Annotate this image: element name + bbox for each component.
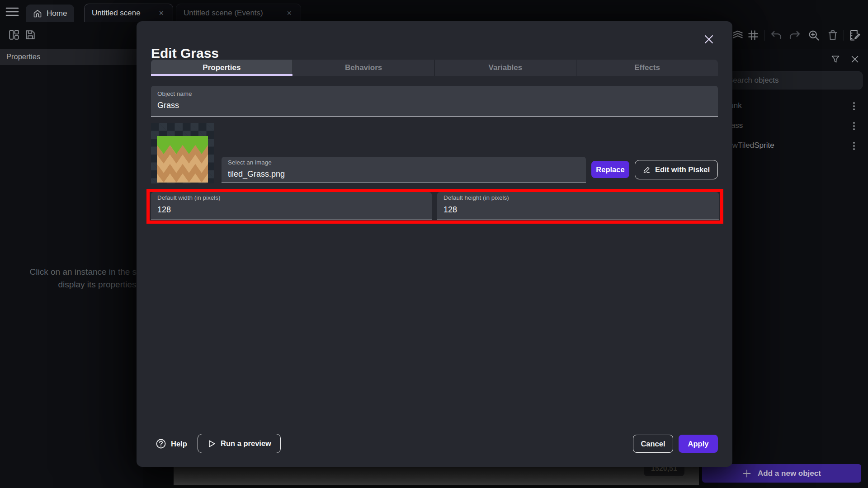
tab-effects[interactable]: Effects — [576, 60, 718, 76]
close-panel-button[interactable] — [850, 54, 860, 64]
kebab-icon — [850, 120, 858, 132]
cancel-button[interactable]: Cancel — [633, 435, 673, 453]
help-button[interactable]: Help — [152, 435, 191, 453]
apply-button-label: Apply — [688, 440, 709, 448]
tab-events-label: Untitled scene (Events) — [184, 9, 263, 18]
grid-button[interactable] — [747, 29, 760, 42]
object-list-item-newtiledsprite[interactable]: NewTiledSprite — [718, 136, 868, 155]
pencil-icon — [643, 166, 651, 174]
properties-panel-title: Properties — [6, 52, 40, 61]
edit-with-piskel-button[interactable]: Edit with Piskel — [635, 160, 718, 179]
object-name-field: Object name — [151, 86, 718, 117]
tab-home[interactable]: Home — [26, 5, 74, 22]
properties-panel-header: Properties — [0, 49, 143, 65]
edit-object-dialog: Edit Grass Properties Behaviors Variable… — [137, 21, 732, 467]
close-icon — [703, 34, 714, 45]
default-width-label: Default width (in pixels) — [157, 194, 221, 201]
tab-untitled-scene[interactable]: Untitled scene × — [84, 4, 173, 22]
toolbar-divider — [764, 30, 764, 41]
redo-icon — [788, 29, 801, 42]
default-width-field: Default width (in pixels) — [151, 192, 432, 220]
default-height-field: Default height (in pixels) — [437, 192, 719, 220]
toggle-panels-button[interactable] — [8, 29, 21, 42]
object-menu-button[interactable] — [850, 120, 858, 132]
select-image-input[interactable] — [228, 168, 581, 180]
layers-icon — [731, 29, 744, 42]
zoom-in-button[interactable] — [807, 29, 820, 42]
replace-button-label: Replace — [596, 165, 624, 174]
hamburger-icon — [5, 6, 19, 17]
plus-icon — [742, 469, 751, 478]
dialog-tab-bar: Properties Behaviors Variables Effects — [151, 60, 718, 76]
run-preview-label: Run a preview — [221, 439, 271, 448]
tab-untitled-scene-events[interactable]: Untitled scene (Events) × — [176, 4, 301, 22]
grid-icon — [747, 29, 760, 42]
undo-icon — [770, 29, 783, 42]
filter-icon — [831, 54, 840, 64]
run-preview-button[interactable]: Run a preview — [198, 434, 281, 453]
cancel-button-label: Cancel — [641, 440, 665, 448]
select-image-field-label: Select an image — [228, 159, 272, 166]
default-width-input[interactable] — [157, 204, 427, 216]
close-dialog-button[interactable] — [703, 34, 714, 45]
undo-button[interactable] — [770, 29, 783, 42]
object-menu-button[interactable] — [850, 100, 858, 112]
select-image-field[interactable]: Select an image — [222, 157, 586, 183]
tab-variables[interactable]: Variables — [435, 60, 577, 76]
piskel-button-label: Edit with Piskel — [655, 165, 710, 174]
tab-scene-label: Untitled scene — [92, 9, 141, 18]
kebab-icon — [850, 100, 858, 112]
filter-button[interactable] — [831, 54, 840, 64]
trash-icon — [826, 29, 839, 42]
tab-behaviors[interactable]: Behaviors — [293, 60, 435, 76]
kebab-icon — [850, 140, 858, 152]
object-list-item-trunk[interactable]: Trunk — [718, 97, 868, 116]
play-icon — [207, 439, 216, 448]
default-height-input[interactable] — [443, 204, 714, 216]
replace-image-button[interactable]: Replace — [591, 161, 629, 178]
object-name-input[interactable] — [157, 99, 713, 111]
add-new-object-label: Add a new object — [758, 469, 821, 478]
panels-icon — [8, 29, 20, 41]
object-list-item-grass[interactable]: Grass — [718, 117, 868, 136]
close-tab-icon[interactable]: × — [157, 8, 165, 18]
grass-tile-image — [157, 136, 208, 183]
tab-label: Effects — [634, 63, 660, 72]
tab-label: Behaviors — [345, 63, 382, 72]
toolbar-divider — [844, 30, 844, 41]
delete-button[interactable] — [826, 29, 839, 42]
tab-label: Variables — [489, 63, 523, 72]
objects-search-box — [720, 71, 863, 89]
main-menu-button[interactable] — [5, 6, 19, 17]
notebook-edit-icon — [848, 29, 861, 42]
home-icon — [33, 9, 42, 18]
zoom-in-icon — [807, 29, 820, 42]
close-icon — [850, 54, 860, 64]
help-button-label: Help — [171, 440, 187, 448]
tab-home-label: Home — [47, 9, 67, 18]
objects-panel-header — [718, 51, 868, 66]
edit-scene-properties-button[interactable] — [848, 29, 861, 42]
default-height-label: Default height (in pixels) — [443, 194, 509, 201]
object-name-field-label: Object name — [157, 90, 192, 97]
object-image-thumbnail[interactable] — [151, 123, 214, 183]
save-icon — [24, 29, 36, 41]
add-new-object-button[interactable]: Add a new object — [702, 464, 861, 483]
redo-button[interactable] — [788, 29, 801, 42]
objects-panel: Trunk Grass NewTiledSprite — [718, 49, 868, 488]
help-icon — [156, 438, 166, 449]
save-project-button[interactable] — [24, 29, 37, 42]
tab-label: Properties — [203, 63, 241, 72]
close-tab-icon[interactable]: × — [285, 8, 293, 18]
dialog-title: Edit Grass — [151, 46, 219, 61]
objects-search-input[interactable] — [720, 72, 862, 89]
tab-properties[interactable]: Properties — [151, 60, 293, 76]
apply-button[interactable]: Apply — [679, 435, 718, 453]
object-menu-button[interactable] — [850, 140, 858, 152]
layers-button[interactable] — [731, 29, 744, 42]
